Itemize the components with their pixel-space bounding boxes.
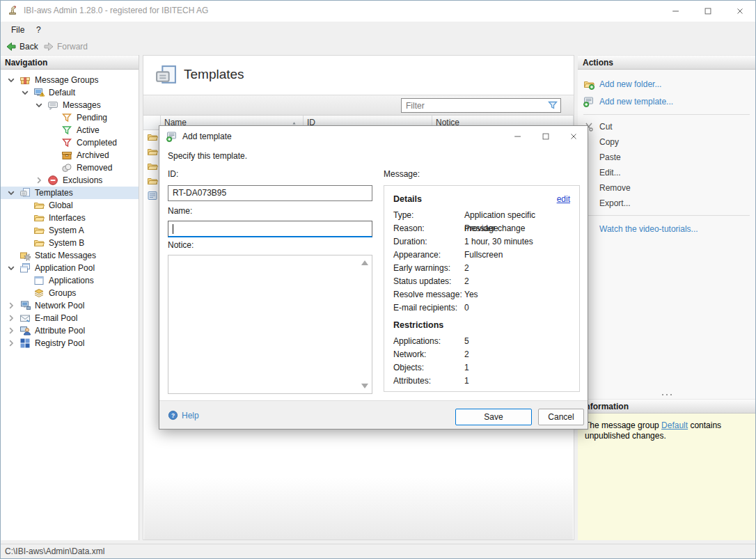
chevron-down-icon[interactable] — [6, 262, 17, 274]
save-button[interactable]: Save — [455, 409, 532, 425]
folder-icon — [33, 212, 45, 223]
action-cut[interactable]: Cut — [578, 119, 755, 134]
dialog-minimize-button[interactable] — [504, 126, 532, 147]
nav-item-default[interactable]: Default — [0, 86, 139, 99]
splitter-grip[interactable] — [578, 391, 755, 399]
nav-item-e-mail-pool[interactable]: E-mail Pool — [0, 312, 139, 324]
nav-item-system-b[interactable]: System B — [0, 237, 139, 249]
nav-item-removed[interactable]: Removed — [0, 162, 139, 174]
dialog-titlebar[interactable]: Add template — [159, 126, 588, 147]
attribute-pool-icon — [19, 325, 31, 336]
toolbar: Back Forward — [0, 38, 756, 55]
action-watch-the-video-tutorials[interactable]: Watch the video-tutorials... — [578, 220, 755, 237]
folder-icon — [33, 200, 45, 211]
restriction-label: Network: — [393, 348, 464, 361]
minimize-icon — [671, 6, 681, 16]
actions-header: Actions — [578, 55, 755, 70]
filter-bar — [143, 95, 574, 116]
nav-item-templates[interactable]: Templates — [0, 187, 139, 199]
action-add-new-folder[interactable]: Add new folder... — [578, 75, 755, 93]
action-paste[interactable]: Paste — [578, 150, 755, 165]
default-group-link[interactable]: Default — [661, 420, 688, 430]
filter-input[interactable] — [401, 98, 561, 113]
forward-arrow-icon — [43, 41, 54, 52]
edit-link[interactable]: edit — [557, 194, 570, 204]
dialog-footer: ? Help Save Cancel — [159, 400, 588, 429]
nav-item-network-pool[interactable]: Network Pool — [0, 299, 139, 312]
chevron-down-icon[interactable] — [6, 74, 17, 86]
chevron-down-icon[interactable] — [33, 100, 45, 111]
action-remove[interactable]: Remove — [578, 180, 755, 196]
nav-item-static-messages[interactable]: Static Messages — [0, 249, 139, 262]
minimize-button[interactable] — [660, 0, 692, 22]
nav-item-message-groups[interactable]: Message Groups — [0, 74, 139, 86]
close-icon — [569, 132, 578, 141]
detail-label: Early warnings: — [393, 262, 464, 275]
nav-item-label: Groups — [49, 287, 76, 299]
action-edit[interactable]: Edit... — [578, 165, 755, 180]
chevron-right-icon[interactable] — [6, 325, 17, 336]
action-copy[interactable]: Copy — [578, 134, 755, 150]
notice-field[interactable] — [168, 255, 372, 394]
cancel-button[interactable]: Cancel — [538, 409, 584, 425]
filter-funnel-icon[interactable] — [547, 100, 558, 111]
close-button[interactable] — [724, 0, 756, 22]
nav-item-applications[interactable]: Applications — [0, 274, 139, 287]
folder-icon — [147, 132, 158, 143]
nav-item-groups[interactable]: Groups — [0, 287, 139, 299]
nav-item-interfaces[interactable]: Interfaces — [0, 212, 139, 224]
maximize-button[interactable] — [692, 0, 724, 22]
funnel-orange-icon — [61, 112, 72, 123]
action-label: Add new template... — [599, 97, 673, 107]
actions-separator — [583, 215, 750, 216]
help-link[interactable]: ? Help — [168, 401, 199, 430]
action-export[interactable]: Export... — [578, 196, 755, 211]
nav-item-active[interactable]: Active — [0, 124, 139, 136]
chevron-right-icon[interactable] — [33, 175, 45, 186]
nav-item-attribute-pool[interactable]: Attribute Pool — [0, 324, 139, 337]
removed-icon — [61, 162, 72, 173]
folder-icon — [147, 175, 158, 187]
restriction-row: Attributes:1 — [393, 375, 570, 388]
chevron-down-icon[interactable] — [6, 187, 17, 198]
nav-item-registry-pool[interactable]: Registry Pool — [0, 337, 139, 349]
folder-icon — [33, 237, 45, 249]
action-add-new-template[interactable]: Add new template... — [578, 93, 755, 110]
nav-item-messages[interactable]: Messages — [0, 99, 139, 111]
nav-item-application-pool[interactable]: Application Pool — [0, 262, 139, 274]
dialog-close-button[interactable] — [560, 126, 588, 147]
menu-file[interactable]: File — [7, 22, 29, 38]
nav-item-system-a[interactable]: System A — [0, 224, 139, 237]
message-label: Message: — [384, 169, 420, 179]
detail-row: Appearance:Fullscreen — [393, 249, 570, 262]
nav-item-completed[interactable]: Completed — [0, 136, 139, 149]
nav-item-archived[interactable]: Archived — [0, 149, 139, 162]
menu-help[interactable]: ? — [32, 22, 45, 38]
scroll-down-icon[interactable] — [361, 384, 368, 388]
registry-pool-icon — [19, 338, 31, 349]
id-field[interactable]: RT-DA073B95 — [168, 185, 372, 201]
chevron-right-icon[interactable] — [6, 300, 17, 311]
nav-item-label: Static Messages — [35, 249, 96, 262]
chevron-right-icon[interactable] — [6, 338, 17, 349]
details-rows: Type:Application specific messageReason:… — [393, 209, 570, 315]
chevron-right-icon[interactable] — [6, 313, 17, 324]
detail-label: Type: — [393, 209, 464, 222]
message-summary-box: Details edit Type:Application specific m… — [384, 185, 580, 392]
nav-item-exclusions[interactable]: Exclusions — [0, 174, 139, 187]
chevron-down-icon[interactable] — [19, 87, 31, 98]
information-body: The message group Default contains unpub… — [578, 414, 755, 540]
add-template-icon — [583, 96, 594, 107]
restriction-value: 1 — [464, 375, 469, 388]
statusbar: C:\IBI-aws\Admin\Data.xml — [0, 544, 756, 559]
nav-item-label: System A — [49, 224, 84, 237]
nav-item-pending[interactable]: Pending — [0, 111, 139, 124]
detail-label: Status updates: — [393, 275, 464, 288]
nav-item-global[interactable]: Global — [0, 199, 139, 212]
name-field[interactable] — [168, 221, 372, 237]
data-file-path: C:\IBI-aws\Admin\Data.xml — [5, 546, 104, 556]
dialog-maximize-button[interactable] — [532, 126, 560, 147]
restrictions-rows: Applications:5Network:2Objects:1Attribut… — [393, 335, 570, 388]
scroll-up-icon[interactable] — [361, 260, 368, 265]
back-button[interactable]: Back — [6, 38, 38, 55]
